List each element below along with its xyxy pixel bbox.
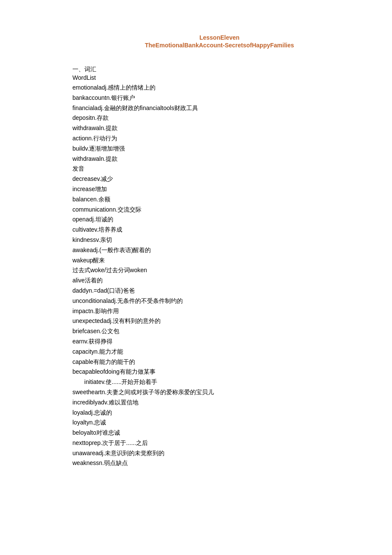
vocab-item: balancen.余额 [72, 195, 366, 205]
vocab-item: withdrawaln.提款 [72, 154, 366, 164]
vocab-item: withdrawaln.提款 [72, 123, 366, 134]
vocab-item: becapableofdoing有能力做某事 [72, 367, 366, 377]
vocab-item: decreasev.减少 [72, 174, 366, 184]
vocab-item: capacityn.能力才能 [72, 347, 366, 357]
vocab-item: 发音 [72, 164, 366, 174]
vocab-item: earnv.获得挣得 [72, 337, 366, 347]
vocab-item: capable有能力的能干的 [72, 357, 366, 367]
vocab-item: beloyalto对谁忠诚 [72, 428, 366, 438]
vocab-item: cultivatev.培养养成 [72, 225, 366, 235]
vocab-item: unawareadj.未意识到的未觉察到的 [72, 448, 366, 459]
vocab-item: actionn.行动行为 [72, 134, 366, 144]
vocab-item: emotionaladj.感情上的情绪上的 [72, 83, 366, 93]
vocab-item: increase增加 [72, 184, 366, 195]
vocab-item: impactn.影响作用 [72, 306, 366, 317]
vocab-item: buildv.逐渐增加增强 [72, 144, 366, 154]
vocab-item: initiatev.使......开始开始着手 [72, 377, 366, 387]
vocab-item: briefcasen.公文包 [72, 326, 366, 337]
vocab-item: nexttoprep.次于居于......之后 [72, 438, 366, 448]
vocab-item: daddyn.=dad(口语)爸爸 [72, 286, 366, 296]
vocab-item: loyaltyn.忠诚 [72, 418, 366, 428]
vocab-item: 过去式woke/过去分词woken [72, 265, 366, 276]
main-content: 一、词汇 WordList emotionaladj.感情上的情绪上的banka… [72, 66, 366, 468]
vocab-item: bankaccountn.银行账户 [72, 93, 366, 103]
vocab-item: alive活着的 [72, 276, 366, 286]
vocab-item: financialadj.金融的财政的financialtools财政工具 [72, 103, 366, 113]
page-container: LessonEleven TheEmotionalBankAccount-Sec… [0, 0, 392, 555]
section-label: 一、词汇 [72, 66, 366, 73]
lesson-subtitle: TheEmotionalBankAccount-SecretsofHappyFa… [72, 42, 366, 49]
vocab-item: weaknessn.弱点缺点 [72, 458, 366, 468]
vocab-item: sweetheartn.夫妻之间或对孩子等的爱称亲爱的宝贝儿 [72, 387, 366, 398]
lesson-title: LessonEleven [72, 34, 366, 41]
vocab-item: communicationn.交流交际 [72, 205, 366, 215]
vocab-item: awakeadj.(一般作表语)醒着的 [72, 245, 366, 256]
vocab-item: unconditionaladj.无条件的不受条件制约的 [72, 296, 366, 306]
vocab-item: depositn.存款 [72, 113, 366, 123]
vocab-item: wakeup醒来 [72, 256, 366, 266]
vocab-list: emotionaladj.感情上的情绪上的bankaccountn.银行账户fi… [72, 83, 366, 468]
vocab-item: unexpectedadj.没有料到的意外的 [72, 316, 366, 326]
page-header: LessonEleven TheEmotionalBankAccount-Sec… [72, 34, 366, 49]
vocab-item: openadj.坦诚的 [72, 215, 366, 225]
wordlist-label: WordList [72, 74, 366, 81]
vocab-item: kindnessv.亲切 [72, 235, 366, 245]
vocab-item: incrediblyadv.难以置信地 [72, 398, 366, 408]
vocab-item: loyaladj.忠诚的 [72, 408, 366, 418]
